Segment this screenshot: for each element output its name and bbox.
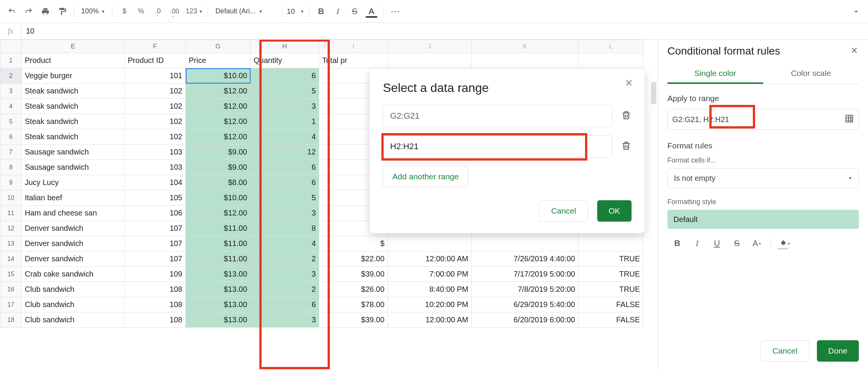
- panel-done-button[interactable]: Done: [817, 340, 859, 362]
- table-row[interactable]: 1 Product Product ID Price Quantity Tota…: [0, 53, 643, 68]
- fx-icon: fx: [0, 23, 21, 39]
- dialog-ok-button[interactable]: OK: [597, 200, 632, 222]
- style-fillcolor-button[interactable]: ▾: [776, 236, 793, 251]
- select-data-range-dialog: Select a data range G2:G21 H2:H21 Add an…: [370, 69, 645, 233]
- collapse-toolbar-button[interactable]: [849, 4, 863, 19]
- format-rules-label: Format rules: [667, 141, 859, 150]
- svg-rect-0: [846, 115, 853, 122]
- column-headers[interactable]: E F G H I J K L: [0, 40, 643, 53]
- tab-color-scale[interactable]: Color scale: [763, 64, 859, 84]
- style-underline-button[interactable]: U: [709, 236, 725, 251]
- chevron-down-icon: ▼: [101, 9, 105, 14]
- chevron-down-icon: ▼: [848, 176, 852, 180]
- delete-range-2-button[interactable]: [621, 140, 632, 153]
- font-size-select[interactable]: 10▼: [287, 7, 304, 16]
- col-G: G: [186, 40, 251, 53]
- style-textcolor-button[interactable]: A▾: [748, 236, 765, 251]
- separator: [770, 238, 771, 249]
- panel-cancel-button[interactable]: Cancel: [760, 340, 809, 362]
- text-color-button[interactable]: A: [364, 4, 379, 19]
- print-button[interactable]: [38, 4, 53, 19]
- col-I: I: [319, 40, 388, 53]
- apply-range-label: Apply to range: [667, 94, 859, 103]
- more-formats-button[interactable]: 123▼: [184, 4, 203, 19]
- formula-bar: fx 10: [0, 23, 868, 40]
- style-buttons: B I U S A▾ ▾: [667, 234, 859, 251]
- undo-button[interactable]: [5, 4, 19, 19]
- style-bold-button[interactable]: B: [669, 236, 686, 251]
- table-row[interactable]: 18Club sandwich108$13.003$39.0012:00:00 …: [0, 312, 643, 328]
- separator: [74, 6, 74, 17]
- currency-button[interactable]: $: [117, 4, 132, 19]
- chevron-down-icon: ▼: [300, 9, 304, 14]
- formula-input[interactable]: 10: [21, 27, 868, 35]
- italic-button[interactable]: I: [331, 4, 345, 19]
- strikethrough-button[interactable]: S: [347, 4, 362, 19]
- toolbar: 100%▼ $ % .0← .00→ 123▼ Default (Ari...▼…: [0, 0, 868, 23]
- select-range-icon[interactable]: [845, 114, 854, 125]
- condition-select[interactable]: Is not empty ▼: [667, 168, 859, 188]
- range-input-2[interactable]: H2:H21: [383, 135, 612, 158]
- formatting-style-label: Formatting style: [667, 198, 859, 206]
- col-J: J: [388, 40, 472, 53]
- bold-button[interactable]: B: [314, 4, 328, 19]
- more-toolbar-button[interactable]: ⋯: [388, 4, 403, 19]
- decrease-decimal-button[interactable]: .0←: [151, 4, 165, 19]
- separator: [112, 6, 113, 17]
- zoom-select[interactable]: 100%▼: [79, 7, 108, 15]
- vertical-scrollbar[interactable]: [651, 82, 656, 105]
- delete-range-1-button[interactable]: [621, 110, 632, 122]
- range-input-1[interactable]: G2:G21: [383, 105, 612, 127]
- format-preview[interactable]: Default: [667, 210, 859, 229]
- conditional-format-panel: Conditional format rules Single color Co…: [658, 40, 868, 370]
- separator: [282, 6, 282, 17]
- separator: [207, 6, 208, 17]
- chevron-down-icon: ▼: [199, 9, 203, 14]
- col-H: H: [251, 40, 319, 53]
- dialog-title: Select a data range: [383, 81, 632, 95]
- dialog-cancel-button[interactable]: Cancel: [539, 200, 588, 222]
- separator: [383, 6, 384, 17]
- col-F: F: [125, 40, 186, 53]
- table-row[interactable]: 16Club sandwich108$13.002$26.008:40:00 P…: [0, 282, 643, 297]
- format-cells-if-label: Format cells if...: [667, 156, 859, 164]
- table-row[interactable]: 13Denver sandwich107$11.004$: [0, 236, 643, 251]
- font-family-select[interactable]: Default (Ari...▼: [212, 7, 277, 15]
- apply-range-input[interactable]: G2:G21, H2:H21: [667, 109, 859, 130]
- close-dialog-button[interactable]: [624, 78, 634, 90]
- close-panel-button[interactable]: [850, 46, 859, 57]
- increase-decimal-button[interactable]: .00→: [167, 4, 182, 19]
- style-italic-button[interactable]: I: [689, 236, 706, 251]
- redo-button[interactable]: [21, 4, 36, 19]
- table-row[interactable]: 17Club sandwich108$13.006$78.0010:20:00 …: [0, 297, 643, 312]
- panel-title: Conditional format rules: [667, 45, 780, 57]
- add-another-range-button[interactable]: Add another range: [383, 166, 468, 187]
- col-E: E: [22, 40, 125, 53]
- percent-button[interactable]: %: [134, 4, 148, 19]
- separator: [309, 6, 309, 17]
- table-row[interactable]: 15Crab cake sandwich109$13.003$39.007:00…: [0, 267, 643, 282]
- paint-format-button[interactable]: [55, 4, 69, 19]
- col-L: L: [579, 40, 643, 53]
- table-row[interactable]: 14Denver sandwich107$11.002$22.0012:00:0…: [0, 251, 643, 267]
- chevron-down-icon: ▼: [259, 9, 263, 14]
- col-K: K: [472, 40, 579, 53]
- panel-tabs: Single color Color scale: [667, 64, 859, 84]
- tab-single-color[interactable]: Single color: [667, 64, 763, 84]
- style-strike-button[interactable]: S: [728, 236, 745, 251]
